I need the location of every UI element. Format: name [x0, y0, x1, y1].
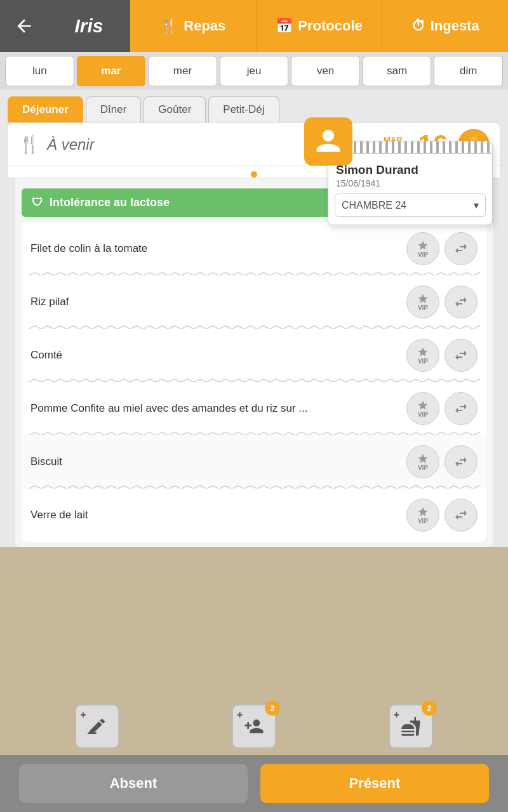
list-item: Verre de lait VIP: [22, 488, 486, 542]
card-spiral: [328, 141, 492, 154]
meal-section: Déjeuner Dîner Goûter Petit-Déj: [0, 90, 508, 122]
item-actions-2: VIP: [406, 285, 478, 318]
day-tab-mer[interactable]: mer: [148, 56, 217, 86]
item-actions-6: VIP: [406, 499, 478, 532]
item-name-1: Filet de colin à la tomate: [30, 242, 406, 256]
vip-button-3[interactable]: VIP: [406, 339, 439, 372]
ingesta-tab[interactable]: ⏱ Ingesta: [382, 0, 508, 52]
patient-avatar: [304, 117, 352, 166]
item-name-3: Comté: [30, 348, 406, 362]
meal-tab-diner[interactable]: Dîner: [86, 96, 142, 122]
swap-button-3[interactable]: [444, 339, 478, 372]
ingesta-label: Ingesta: [431, 18, 479, 34]
list-item: Pomme Confite au miel avec des amandes e…: [22, 382, 486, 435]
meal-tab-petitdej[interactable]: Petit-Déj: [208, 96, 279, 122]
item-name-2: Riz pilaf: [30, 295, 406, 309]
item-actions-1: VIP: [406, 232, 478, 265]
app-title: Iris: [48, 0, 130, 52]
repas-icon: 🍴: [160, 18, 177, 34]
intolerance-label: Intolérance au lactose: [50, 196, 170, 209]
add-note-button[interactable]: +: [75, 704, 119, 749]
svg-rect-0: [88, 732, 97, 734]
repas-label: Repas: [184, 18, 225, 34]
list-item: Biscuit VIP: [22, 435, 486, 488]
protocole-icon: 📅: [276, 18, 293, 34]
day-tab-lun[interactable]: lun: [5, 56, 74, 86]
day-tab-jeu[interactable]: jeu: [220, 56, 289, 86]
meal-tab-gouter[interactable]: Goûter: [144, 96, 206, 122]
add-meal-button[interactable]: 2 +: [389, 704, 433, 749]
swap-button-6[interactable]: [444, 499, 478, 532]
item-actions-5: VIP: [406, 445, 478, 478]
protocole-label: Protocole: [298, 18, 362, 34]
repas-tab[interactable]: 🍴 Repas: [130, 0, 256, 52]
meal-icon: 🍴: [18, 134, 41, 155]
day-tabs: lun mar mer jeu ven sam dim: [0, 52, 508, 90]
menu-list: Filet de colin à la tomate VIP Riz pilaf: [22, 222, 486, 542]
day-tab-dim[interactable]: dim: [434, 56, 503, 86]
bottom-buttons: Absent Présent: [0, 755, 508, 812]
absent-button[interactable]: Absent: [19, 764, 248, 803]
add-meal-badge: 2: [422, 700, 437, 716]
list-item: Filet de colin à la tomate VIP: [22, 222, 486, 275]
plus-icon: +: [394, 709, 399, 721]
vip-button-6[interactable]: VIP: [406, 499, 439, 532]
item-actions-3: VIP: [406, 339, 478, 372]
item-name-5: Biscuit: [30, 455, 406, 469]
item-actions-4: VIP: [406, 392, 478, 425]
ingesta-icon: ⏱: [411, 18, 425, 34]
item-name-6: Verre de lait: [30, 508, 406, 522]
swap-button-1[interactable]: [444, 232, 478, 265]
plus-icon: +: [80, 709, 86, 721]
present-button[interactable]: Présent: [260, 764, 489, 803]
swap-button-5[interactable]: [444, 445, 478, 478]
patient-room[interactable]: CHAMBRE 24 ▾: [335, 193, 486, 217]
vip-button-5[interactable]: VIP: [406, 445, 439, 478]
list-item: Comté VIP: [22, 329, 486, 382]
meal-tabs: Déjeuner Dîner Goûter Petit-Déj: [8, 96, 500, 122]
patient-name: Simon Durand: [328, 154, 492, 178]
add-person-button[interactable]: 2 +: [232, 704, 276, 749]
menu-list-container[interactable]: 🛡 Intolérance au lactose Filet de colin …: [15, 178, 493, 547]
bottom-toolbar: + 2 + 2 +: [0, 698, 508, 755]
add-person-badge: 2: [265, 700, 280, 716]
day-tab-mar[interactable]: mar: [77, 56, 146, 86]
shield-icon: 🛡: [32, 196, 43, 209]
meal-tab-dejeuner[interactable]: Déjeuner: [8, 96, 83, 122]
patient-card: Simon Durand 15/06/1941 CHAMBRE 24 ▾: [328, 141, 493, 225]
swap-button-2[interactable]: [444, 285, 478, 318]
item-name-4: Pomme Confite au miel avec des amandes e…: [30, 402, 406, 416]
back-button[interactable]: [0, 0, 48, 52]
day-tab-ven[interactable]: ven: [291, 56, 360, 86]
chevron-down-icon: ▾: [474, 199, 479, 211]
patient-dob: 15/06/1941: [328, 178, 492, 193]
list-item: Riz pilaf VIP: [22, 275, 486, 329]
vip-button-4[interactable]: VIP: [406, 392, 439, 425]
swap-button-4[interactable]: [444, 392, 478, 425]
header: Iris 🍴 Repas 📅 Protocole ⏱ Ingesta: [0, 0, 508, 52]
plus-icon: +: [237, 709, 243, 721]
vip-button-2[interactable]: VIP: [406, 285, 439, 318]
vip-button-1[interactable]: VIP: [406, 232, 439, 265]
day-tab-sam[interactable]: sam: [363, 56, 432, 86]
protocole-tab[interactable]: 📅 Protocole: [256, 0, 382, 52]
